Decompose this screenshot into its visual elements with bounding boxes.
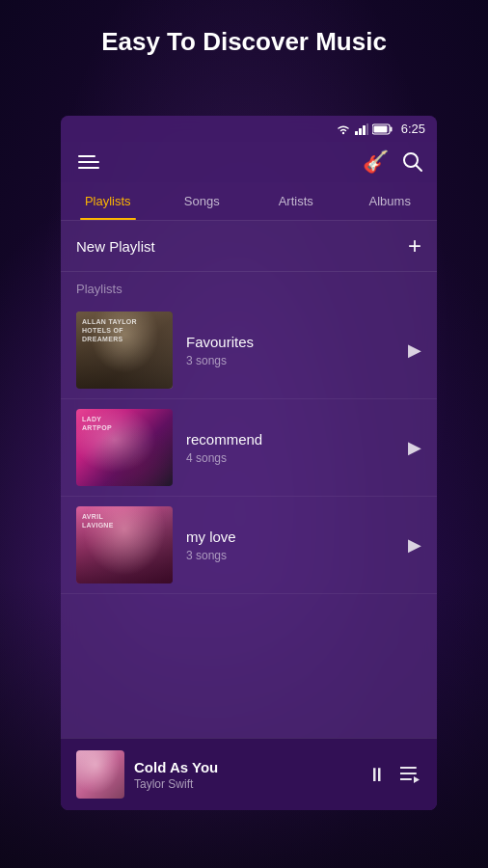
now-playing-info: Cold As You Taylor Swift (134, 759, 358, 791)
search-icon[interactable] (402, 151, 423, 173)
playlist-thumb-3: AVRILLAVIGNE (76, 506, 173, 583)
thumb-text-3: AVRILLAVIGNE (82, 512, 114, 529)
tab-artists[interactable]: Artists (249, 182, 343, 220)
svg-rect-7 (373, 125, 387, 132)
svg-rect-6 (390, 126, 392, 131)
status-time: 6:25 (401, 122, 425, 136)
playlist-item: AVRILLAVIGNE my love 3 songs ▶ (61, 497, 437, 594)
menu-button[interactable] (74, 151, 103, 173)
playlist-count-1: 3 songs (186, 354, 394, 367)
nav-actions: 🎸 (363, 149, 423, 175)
svg-marker-13 (414, 776, 420, 783)
now-playing-bar: Cold As You Taylor Swift ⏸ (61, 738, 437, 810)
signal-icon (355, 123, 368, 135)
svg-rect-3 (363, 125, 366, 135)
playlist-count-2: 4 songs (186, 451, 394, 465)
playlist-info-1: Favourites 3 songs (186, 334, 394, 367)
tab-songs[interactable]: Songs (155, 182, 250, 220)
top-nav: 🎸 (61, 142, 437, 182)
battery-icon (372, 123, 393, 135)
content-area: New Playlist + Playlists ALLAN TAYLORHOT… (61, 221, 437, 594)
svg-line-9 (417, 166, 422, 172)
new-playlist-label: New Playlist (76, 238, 155, 255)
playlist-info-3: my love 3 songs (186, 529, 394, 562)
playlist-thumb-2: LADYARTPOP (76, 409, 173, 486)
playlist-name-1: Favourites (186, 334, 394, 350)
tab-bar: Playlists Songs Artists Albums (61, 182, 437, 221)
status-bar: 6:25 (61, 116, 437, 142)
app-title: Easy To Discover Music (0, 27, 488, 57)
svg-rect-1 (355, 131, 358, 135)
thumb-text-1: ALLAN TAYLORHOTELS OFDREAMERS (82, 317, 137, 343)
playlist-info-2: recommend 4 songs (186, 431, 394, 465)
play-button-3[interactable]: ▶ (408, 534, 421, 556)
hamburger-line-3 (78, 167, 99, 169)
tab-albums[interactable]: Albums (343, 182, 438, 220)
hamburger-line-2 (78, 161, 99, 163)
thumb-text-2: LADYARTPOP (82, 415, 112, 432)
wifi-icon (336, 123, 351, 135)
playlist-item: ALLAN TAYLORHOTELS OFDREAMERS Favourites… (61, 302, 437, 399)
playlist-thumb-1: ALLAN TAYLORHOTELS OFDREAMERS (76, 312, 173, 389)
playlist-name-2: recommend (186, 431, 394, 448)
playlist-count-3: 3 songs (186, 549, 394, 562)
playlist-item: LADYARTPOP recommend 4 songs ▶ (61, 399, 437, 497)
playlists-section-header: Playlists (61, 272, 437, 302)
phone-card: 6:25 🎸 Playlists Songs Artists (61, 116, 437, 810)
queue-button[interactable] (400, 766, 421, 783)
now-playing-thumb (76, 750, 124, 799)
add-playlist-button[interactable]: + (408, 234, 421, 258)
guitar-icon[interactable]: 🎸 (363, 149, 389, 175)
new-playlist-row: New Playlist + (61, 221, 437, 272)
play-button-2[interactable]: ▶ (408, 437, 421, 458)
now-playing-artist: Taylor Swift (134, 777, 358, 791)
pause-button[interactable]: ⏸ (367, 764, 387, 786)
tab-playlists[interactable]: Playlists (61, 182, 155, 220)
status-icons: 6:25 (336, 122, 425, 136)
svg-rect-2 (359, 128, 362, 135)
svg-point-0 (341, 131, 343, 133)
svg-rect-4 (366, 123, 368, 135)
play-button-1[interactable]: ▶ (408, 339, 421, 361)
hamburger-line-1 (78, 155, 95, 157)
now-playing-controls: ⏸ (367, 764, 421, 786)
playlist-name-3: my love (186, 529, 394, 545)
now-playing-title: Cold As You (134, 759, 358, 775)
